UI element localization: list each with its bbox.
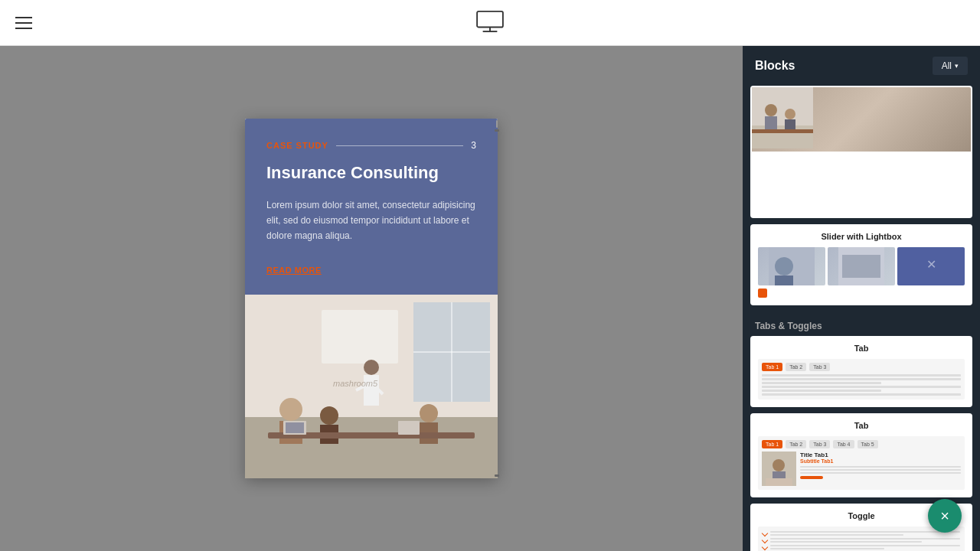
slider-images: ✕ xyxy=(758,247,965,285)
svg-text:✕: ✕ xyxy=(926,257,936,270)
toggle-item-1-lines xyxy=(770,531,960,536)
toggle-item-3-lines xyxy=(770,545,960,549)
card-upper: CASE STUDY 3 Insurance Consulting Lorem … xyxy=(245,119,498,295)
tab2-item-title: Title Tab1 xyxy=(800,452,961,458)
tab2-text: Title Tab1 Subtitle Tab1 xyxy=(800,452,961,486)
slider-preview: ✕ xyxy=(752,244,971,304)
toggle-item-1 xyxy=(763,531,960,536)
block-card-tab2[interactable]: Tab Tab 1 Tab 2 Tab 3 Tab 4 Tab 5 xyxy=(750,413,972,497)
card-title: Insurance Consulting xyxy=(266,163,476,183)
block-card-slider[interactable]: Slider with Lightbox xyxy=(750,224,972,305)
people-scene: mashroom5 xyxy=(245,295,498,478)
svg-rect-22 xyxy=(286,422,304,433)
toggle-item-2 xyxy=(763,538,960,543)
tab1-btn2[interactable]: Tab 2 xyxy=(786,363,806,371)
tab-line-3 xyxy=(762,382,881,384)
tab1-btn3[interactable]: Tab 3 xyxy=(809,363,830,371)
tab2-content-inner: Title Tab1 Subtitle Tab1 xyxy=(762,452,961,486)
panel-content[interactable]: About Company Lorem ipsum dolor sit amet… xyxy=(743,86,980,551)
hamburger-menu[interactable] xyxy=(15,17,32,29)
right-panel: Blocks All ▾ xyxy=(743,46,980,551)
tab1-title: Tab xyxy=(752,337,971,356)
slider-title: Slider with Lightbox xyxy=(752,226,971,244)
block-card-about-company[interactable]: About Company Lorem ipsum dolor sit amet… xyxy=(750,86,972,218)
chevron-down-icon: ▾ xyxy=(955,62,959,70)
toggle-item-2-lines xyxy=(770,538,960,543)
svg-rect-31 xyxy=(752,129,813,133)
tab2-item-subtitle: Subtitle Tab1 xyxy=(800,458,961,464)
slider-img-3: ✕ xyxy=(897,247,965,285)
tab-line-2 xyxy=(762,378,961,380)
main-layout: CASE STUDY 3 Insurance Consulting Lorem … xyxy=(0,46,980,551)
svg-rect-42 xyxy=(766,478,792,486)
svg-point-40 xyxy=(773,459,785,471)
tab1-content xyxy=(762,374,961,396)
tab-line-1 xyxy=(762,374,961,377)
slider-img-2 xyxy=(828,247,895,285)
tab2-preview: Tab 1 Tab 2 Tab 3 Tab 4 Tab 5 xyxy=(752,433,971,496)
svg-point-14 xyxy=(279,398,302,421)
tab2-img xyxy=(762,452,796,486)
slider-img-1 xyxy=(758,247,825,285)
toggle-arrow-icon xyxy=(762,530,768,536)
tab1-btn1[interactable]: Tab 1 xyxy=(762,363,782,371)
scene-svg: mashroom5 xyxy=(245,295,498,478)
tab2-nav: Tab 1 Tab 2 Tab 3 Tab 4 Tab 5 xyxy=(762,440,961,448)
tab1-nav: Tab 1 Tab 2 Tab 3 xyxy=(762,363,961,371)
header-logo xyxy=(475,10,505,36)
svg-point-16 xyxy=(320,406,338,425)
tab2-lines xyxy=(800,466,961,474)
svg-text:mashroom5: mashroom5 xyxy=(333,379,378,388)
toggle-arrow-icon-3 xyxy=(762,544,768,550)
tab-line-5 xyxy=(762,390,881,392)
tab2-bar xyxy=(800,476,823,479)
filter-all-button[interactable]: All ▾ xyxy=(933,57,968,75)
svg-rect-26 xyxy=(752,87,813,126)
preview-wrapper: CASE STUDY 3 Insurance Consulting Lorem … xyxy=(245,119,498,478)
about-thumb-svg xyxy=(752,87,813,148)
header xyxy=(0,0,980,46)
tab1-inner: Tab 1 Tab 2 Tab 3 xyxy=(758,359,965,399)
canvas-area: CASE STUDY 3 Insurance Consulting Lorem … xyxy=(0,46,743,551)
panel-header: Blocks All ▾ xyxy=(743,46,980,86)
svg-rect-0 xyxy=(477,11,503,27)
svg-point-10 xyxy=(364,360,379,375)
toggle-arrow-icon-2 xyxy=(762,537,768,543)
svg-rect-9 xyxy=(322,310,398,364)
case-study-label: CASE STUDY 3 xyxy=(266,140,476,151)
card-body: Lorem ipsum dolor sit amet, consectetur … xyxy=(266,197,476,244)
tab2-btn5[interactable]: Tab 5 xyxy=(858,440,878,448)
case-study-number: 3 xyxy=(471,140,476,151)
tab-line-4 xyxy=(762,386,961,388)
panel-title: Blocks xyxy=(755,59,795,73)
card-image: mashroom5 xyxy=(245,295,498,478)
slider-dot xyxy=(758,289,767,298)
tab-line-6 xyxy=(762,393,961,396)
close-fab-button[interactable]: × xyxy=(928,499,962,533)
tab1-preview: Tab 1 Tab 2 Tab 3 xyxy=(752,356,971,406)
block-card-tab1[interactable]: Tab Tab 1 Tab 2 Tab 3 xyxy=(750,336,972,407)
case-study-text: CASE STUDY xyxy=(266,141,328,150)
preview-card: CASE STUDY 3 Insurance Consulting Lorem … xyxy=(245,119,498,478)
block-info-about: About Company Lorem ipsum dolor sit amet… xyxy=(971,87,972,217)
svg-rect-34 xyxy=(775,276,793,285)
tab2-btn3[interactable]: Tab 3 xyxy=(809,440,830,448)
tab2-btn4[interactable]: Tab 4 xyxy=(833,440,854,448)
read-more-link[interactable]: READ MORE xyxy=(266,266,322,275)
toggle-item-3 xyxy=(763,545,960,549)
block-thumbnail-about xyxy=(752,87,971,152)
svg-point-33 xyxy=(775,257,793,276)
svg-point-18 xyxy=(420,404,438,422)
close-icon: × xyxy=(940,508,949,523)
tab2-btn1[interactable]: Tab 1 xyxy=(762,440,782,448)
monitor-icon xyxy=(475,10,505,33)
svg-point-27 xyxy=(765,104,777,116)
section-label-tabs: Tabs & Toggles xyxy=(750,311,972,336)
svg-rect-36 xyxy=(842,255,880,278)
tab2-inner: Tab 1 Tab 2 Tab 3 Tab 4 Tab 5 xyxy=(758,436,965,490)
toggle-inner xyxy=(758,527,965,551)
svg-point-29 xyxy=(785,109,795,119)
filter-label: All xyxy=(942,60,952,71)
svg-rect-23 xyxy=(398,421,420,435)
tab2-btn2[interactable]: Tab 2 xyxy=(786,440,806,448)
